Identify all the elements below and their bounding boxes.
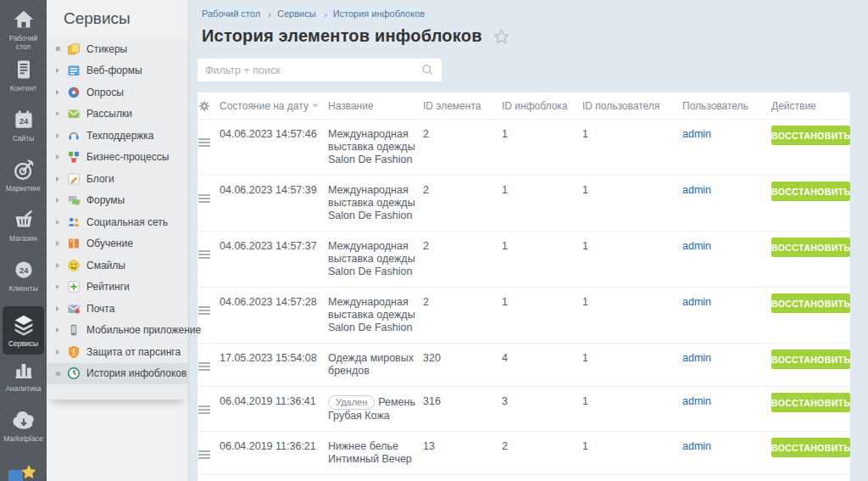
sidebar: Сервисы Стикеры Веб-формы Опросы Рассылк… xyxy=(47,0,189,481)
user-link[interactable]: admin xyxy=(682,184,711,196)
sidebar-item-blogs[interactable]: Блоги xyxy=(47,168,188,190)
deleted-badge: Удален xyxy=(328,395,375,410)
restore-button[interactable]: ВОССТАНОВИТЬ xyxy=(771,350,850,369)
filter-search-input[interactable] xyxy=(205,64,421,76)
sidebar-title: Сервисы xyxy=(47,0,188,38)
rail-item-target[interactable]: Маркетинг xyxy=(0,150,47,200)
row-iblock-id: 1 xyxy=(502,232,582,261)
sidebar-item-stickers[interactable]: Стикеры xyxy=(47,38,188,60)
expand-arrow-icon xyxy=(56,133,67,138)
rail-item-document[interactable]: Контент xyxy=(0,50,47,100)
row-menu-icon[interactable] xyxy=(198,306,210,315)
sidebar-item-label: Мобильное приложение xyxy=(86,324,201,336)
sidebar-item-ratings[interactable]: Рейтинги xyxy=(47,277,188,299)
table-row: 04.06.2023 14:57:28 Международная выстав… xyxy=(198,288,850,344)
row-name: Платье Красная Фея xyxy=(328,475,423,481)
row-iblock-id: 2 xyxy=(502,475,582,481)
user-link[interactable]: admin xyxy=(682,240,711,252)
row-iblock-id: 3 xyxy=(502,387,582,417)
row-element-id: 320 xyxy=(423,344,502,373)
sidebar-item-polls[interactable]: Опросы xyxy=(47,81,188,103)
restore-button[interactable]: ВОССТАНОВИТЬ xyxy=(771,438,850,457)
sidebar-item-iblock-history[interactable]: История инфоблоков xyxy=(47,363,188,385)
rail-item-calendar-24[interactable]: 24 Сайты xyxy=(0,100,47,150)
sidebar-item-support[interactable]: Техподдержка xyxy=(47,125,188,147)
breadcrumb-link[interactable]: Рабочий стол xyxy=(202,8,260,19)
rail-item-label: Сервисы xyxy=(3,340,44,349)
row-element-id: 10 xyxy=(423,475,502,481)
rail-item-cloud-download[interactable]: Marketplace xyxy=(0,400,47,450)
table-row: 04.06.2023 14:57:46 Международная выстав… xyxy=(198,120,850,176)
expand-arrow-icon xyxy=(56,111,67,116)
row-menu-icon[interactable] xyxy=(198,362,210,371)
expand-arrow-icon xyxy=(56,284,67,289)
row-iblock-id: 2 xyxy=(502,432,582,461)
sidebar-item-label: Форумы xyxy=(86,194,125,206)
support-icon xyxy=(67,129,81,143)
row-user-id: 1 xyxy=(582,288,682,317)
sidebar-item-antiparsing[interactable]: Защита от парсинга xyxy=(47,341,188,363)
mailing-icon xyxy=(67,107,81,120)
rail-item-basket[interactable]: Магазин xyxy=(0,200,47,250)
restore-button[interactable]: ВОССТАНОВИТЬ xyxy=(771,393,850,412)
column-header-name: Название xyxy=(328,100,423,112)
rail-item-home[interactable]: Рабочий стол xyxy=(0,0,47,50)
user-link[interactable]: admin xyxy=(682,440,711,452)
row-name: Международная выставка одежды Salon De F… xyxy=(328,232,423,287)
rail-item-clients-24[interactable]: 24 Клиенты xyxy=(0,250,47,300)
social-icon xyxy=(67,215,81,229)
sidebar-item-webforms[interactable]: Веб-формы xyxy=(47,60,188,82)
user-link[interactable]: admin xyxy=(682,128,711,140)
row-menu-icon[interactable] xyxy=(198,194,210,203)
row-menu-icon[interactable] xyxy=(198,138,210,147)
sidebar-item-learning[interactable]: Обучение xyxy=(47,233,188,255)
row-menu-icon[interactable] xyxy=(198,250,210,259)
table-settings-gear-icon[interactable] xyxy=(198,100,214,112)
restore-button[interactable]: ВОССТАНОВИТЬ xyxy=(771,182,850,201)
row-name: Международная выставка одежды Salon De F… xyxy=(328,288,423,343)
page-title: История элементов инфоблоков xyxy=(202,26,482,46)
search-icon[interactable] xyxy=(421,64,434,76)
sidebar-item-mail[interactable]: Почта xyxy=(47,298,188,320)
rail-item-label: Сайты xyxy=(0,135,47,143)
row-date: 06.04.2019 11:36:41 xyxy=(220,387,328,417)
row-menu-icon[interactable] xyxy=(198,450,210,459)
cloud-download-icon xyxy=(0,406,47,433)
row-name: Международная выставка одежды Salon De F… xyxy=(328,120,423,175)
sidebar-item-mobile[interactable]: Мобильное приложение xyxy=(47,320,188,342)
rail-item-layers[interactable]: Сервисы xyxy=(0,300,47,350)
restore-button[interactable]: ВОССТАНОВИТЬ xyxy=(771,294,850,313)
sidebar-item-label: Опросы xyxy=(86,87,124,98)
rail-item-label: Marketplace xyxy=(0,435,47,444)
layers-icon xyxy=(3,311,44,338)
user-link[interactable]: admin xyxy=(682,296,711,308)
sidebar-item-smiles[interactable]: Смайлы xyxy=(47,254,188,277)
breadcrumb-link[interactable]: Сервисы xyxy=(277,8,316,19)
sidebar-item-mailing[interactable]: Рассылки xyxy=(47,103,188,126)
restore-button[interactable]: ВОССТАНОВИТЬ xyxy=(771,126,850,145)
sidebar-item-social[interactable]: Социальная сеть xyxy=(47,211,188,233)
mobile-icon xyxy=(67,323,81,337)
table-row: 06.04.2019 11:36:21 Нижнее белье Интимны… xyxy=(198,432,850,475)
row-name: УдаленРемень Грубая Кожа xyxy=(328,387,423,431)
favorite-star-icon[interactable] xyxy=(493,29,509,44)
rail-item-label: Магазин xyxy=(0,235,47,243)
sidebar-item-forums[interactable]: Форумы xyxy=(47,190,188,212)
row-menu-icon[interactable] xyxy=(198,405,210,414)
row-iblock-id: 4 xyxy=(502,344,582,373)
row-name: Нижнее белье Интимный Вечер xyxy=(328,432,423,474)
user-link[interactable]: admin xyxy=(682,352,711,364)
column-header-user-id: ID пользователя xyxy=(582,100,682,112)
sidebar-item-label: Рейтинги xyxy=(86,281,130,293)
breadcrumb-link[interactable]: История инфоблоков xyxy=(333,8,425,19)
column-header-date[interactable]: Состояние на дату xyxy=(220,100,317,112)
sidebar-item-bizproc[interactable]: Бизнес-процессы xyxy=(47,147,188,169)
learning-icon xyxy=(67,237,81,250)
expand-arrow-icon xyxy=(56,90,67,95)
user-link[interactable]: admin xyxy=(682,395,711,407)
rail-item-label: Аналитика xyxy=(0,385,47,394)
restore-button[interactable]: ВОССТАНОВИТЬ xyxy=(771,238,850,257)
expand-arrow-icon xyxy=(56,306,67,311)
rail-item-bar-chart[interactable]: Аналитика xyxy=(0,350,47,400)
sidebar-item-label: История инфоблоков xyxy=(86,367,186,379)
